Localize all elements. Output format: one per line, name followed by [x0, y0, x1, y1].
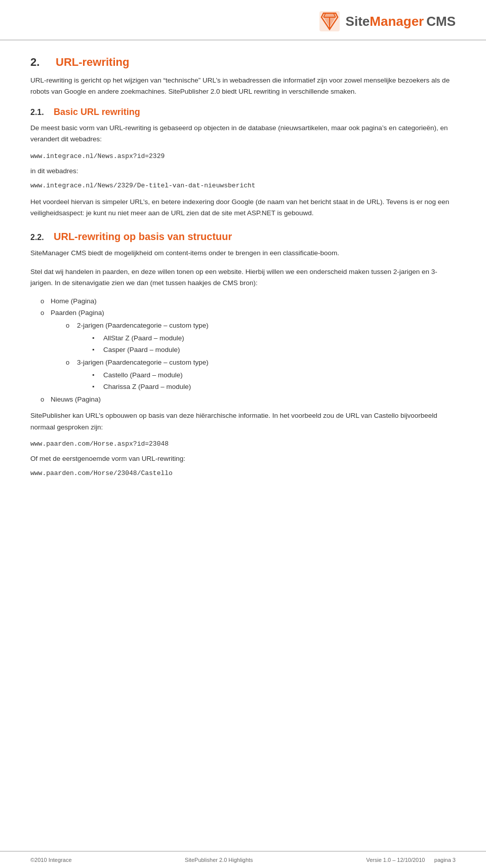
section-21-number: 2.1. [30, 108, 46, 117]
logo-cms: CMS [426, 14, 456, 29]
footer: ©2010 Integrace SitePublisher 2.0 Highli… [0, 851, 486, 868]
page: SiteManager CMS 2. URL-rewriting URL-rew… [0, 0, 486, 868]
header: SiteManager CMS [0, 0, 486, 41]
section-21-heading: 2.1. Basic URL rewriting [30, 107, 456, 117]
section-2-intro: URL-rewriting is gericht op het wijzigen… [30, 75, 456, 97]
section-22-title: URL-rewriting op basis van structuur [54, 231, 232, 243]
list-item-3jarigen: 3-jarigen (Paardencategorie – custom typ… [66, 357, 456, 393]
section-21-body-p1: De meest basic vorm van URL-rewriting is… [30, 123, 456, 145]
footer-page: pagina 3 [434, 857, 456, 863]
section-21-label-in: in dit webadres: [30, 167, 456, 175]
section-22-heading: 2.2. URL-rewriting op basis van structuu… [30, 231, 456, 243]
footer-version: Versie 1.0 – 12/10/2010 [366, 857, 425, 863]
list-item-allstar: AllStar Z (Paard – module) [92, 333, 456, 344]
list-item-paarden: Paarden (Pagina) 2-jarigen (Paardencateg… [40, 307, 456, 393]
logo: SiteManager CMS [317, 9, 456, 33]
section-2-title: URL-rewriting [56, 56, 129, 69]
section-22-body-p1: SiteManager CMS biedt de mogelijkheid om… [30, 248, 456, 259]
logo-text: SiteManager CMS [346, 14, 456, 29]
list-item-home: Home (Pagina) [40, 296, 456, 307]
square-list-2jarigen: AllStar Z (Paard – module) Casper (Paard… [92, 333, 456, 356]
square-list-3jarigen: Castello (Paard – module) Charissa Z (Pa… [92, 370, 456, 393]
logo-site: Site [346, 14, 370, 29]
section-22-number: 2.2. [30, 233, 46, 242]
logo-icon [317, 9, 342, 33]
list-item-castello: Castello (Paard – module) [92, 370, 456, 381]
section-22-code3: www.paarden.com/Horse.aspx?id=23048 [30, 440, 456, 448]
logo-manager: Manager [370, 14, 424, 29]
footer-copyright: ©2010 Integrace [30, 857, 72, 863]
section-2-heading: 2. URL-rewriting [30, 56, 456, 69]
section-22: 2.2. URL-rewriting op basis van structuu… [30, 231, 456, 477]
list-item-casper: Casper (Paard – module) [92, 344, 456, 356]
section-22-body-p3: SitePublisher kan URL’s opbouwen op basi… [30, 410, 456, 433]
section-21-code2: www.integrace.nl/News/2329/De-titel-van-… [30, 182, 456, 189]
footer-product: SitePublisher 2.0 Highlights [185, 857, 253, 863]
section-22-code4: www.paarden.com/Horse/23048/Castello [30, 469, 456, 477]
section-21-body-p2: Het voordeel hiervan is simpeler URL’s, … [30, 196, 456, 219]
list-item-2jarigen: 2-jarigen (Paardencategorie – custom typ… [66, 320, 456, 356]
main-content: 2. URL-rewriting URL-rewriting is gerich… [0, 56, 486, 477]
sub-list-paarden: 2-jarigen (Paardencategorie – custom typ… [66, 320, 456, 393]
section-21-code1: www.integrace.nl/News.aspx?id=2329 [30, 152, 456, 160]
nav-list: Home (Pagina) Paarden (Pagina) 2-jarigen… [40, 296, 456, 405]
footer-version-page: Versie 1.0 – 12/10/2010 pagina 3 [366, 857, 456, 863]
section-22-label-of: Of met de eerstgenoemde vorm van URL-rew… [30, 455, 456, 462]
section-21-title: Basic URL rewriting [54, 107, 140, 117]
section-22-body-p2: Stel dat wij handelen in paarden, en dez… [30, 266, 456, 289]
section-21: 2.1. Basic URL rewriting De meest basic … [30, 107, 456, 219]
section-2-number: 2. [30, 56, 46, 69]
list-item-charissa: Charissa Z (Paard – module) [92, 381, 456, 393]
section-2: 2. URL-rewriting URL-rewriting is gerich… [30, 56, 456, 97]
list-item-nieuws: Nieuws (Pagina) [40, 394, 456, 406]
